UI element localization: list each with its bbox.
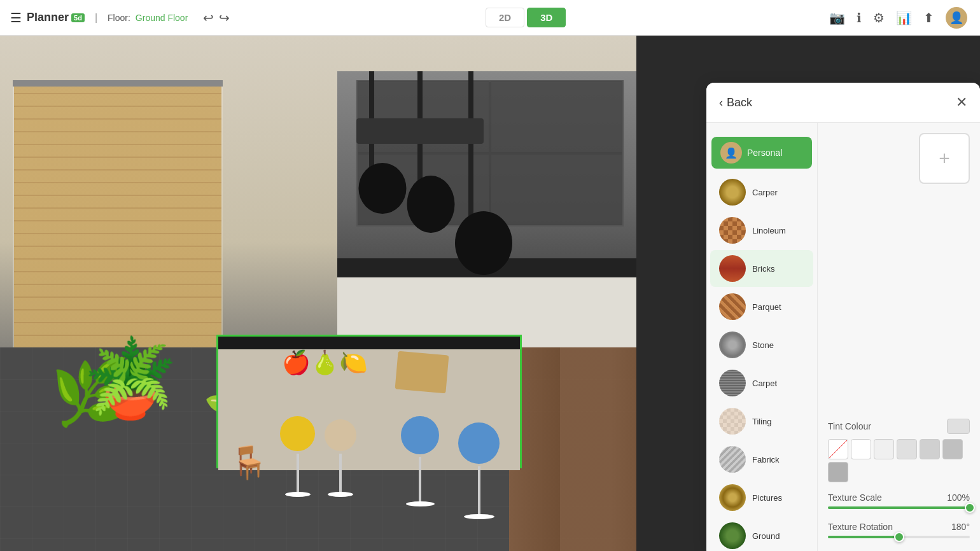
stool-beige	[325, 419, 356, 497]
material-item-ground[interactable]: Ground	[710, 517, 813, 551]
back-label: Back	[727, 96, 752, 109]
material-thumb-fabrick	[719, 446, 746, 473]
material-name-pictures: Pictures	[752, 493, 782, 503]
fruit-bowl: 🍎🍐🍋	[282, 349, 368, 376]
view-3d-button[interactable]: 3D	[527, 8, 566, 27]
material-name-bricks: Bricks	[752, 264, 774, 274]
blind-top	[13, 80, 223, 87]
texture-scale-fill	[828, 506, 970, 509]
pendant-2	[407, 176, 455, 233]
redo-button[interactable]: ↪	[219, 10, 230, 25]
swatch-none[interactable]	[828, 439, 848, 459]
camera-icon[interactable]: 📷	[829, 10, 845, 25]
material-list: 👤 Personal Carper Linoleum Bricks Parque…	[706, 123, 818, 551]
stool-blue-1: 🪑	[229, 444, 269, 481]
swatch-white-6[interactable]	[828, 462, 848, 482]
3d-scene[interactable]: 🌿 🪴 🌱 🍎🍐🍋 🪑	[0, 36, 636, 551]
swatch-white-4[interactable]	[920, 439, 940, 459]
material-name-carper: Carper	[752, 188, 778, 197]
material-items: Carper Linoleum Bricks Parquet Stone Car…	[706, 174, 817, 551]
material-name-carpet: Carpet	[752, 379, 777, 388]
material-thumb-tiling	[719, 408, 746, 435]
topbar: ☰ Planner 5d | Floor: Ground Floor ↩ ↪ 2…	[0, 0, 980, 36]
material-name-linoleum: Linoleum	[752, 226, 786, 235]
tint-colour-section: Tint Colour	[828, 419, 970, 482]
texture-rotation-section: Texture Rotation 180°	[828, 522, 970, 541]
share-icon[interactable]: ⬆	[923, 10, 934, 25]
texture-scale-label: Texture Scale 100%	[828, 492, 970, 503]
material-name-ground: Ground	[752, 531, 780, 541]
stool-blue-3	[458, 422, 500, 519]
tint-colour-label: Tint Colour	[828, 419, 970, 434]
texture-scale-track	[828, 506, 970, 509]
texture-scale-value: 100%	[947, 492, 970, 503]
stool-yellow	[280, 416, 315, 497]
material-item-tiling[interactable]: Tiling	[710, 403, 813, 440]
material-item-linoleum[interactable]: Linoleum	[710, 212, 813, 249]
chart-icon[interactable]: 📊	[896, 10, 912, 25]
back-button[interactable]: ‹ Back	[719, 96, 752, 109]
material-thumb-ground	[719, 522, 746, 549]
color-swatches	[828, 439, 970, 482]
view-2d-button[interactable]: 2D	[486, 8, 524, 27]
pendant-wire-3	[468, 71, 473, 237]
menu-icon[interactable]: ☰	[10, 10, 22, 25]
swatch-white-2[interactable]	[874, 439, 894, 459]
cutting-board	[395, 351, 449, 394]
material-thumb-carper	[719, 179, 746, 206]
pendant-3	[455, 211, 512, 275]
material-name-fabrick: Fabrick	[752, 455, 780, 464]
material-item-bricks[interactable]: Bricks	[710, 250, 813, 287]
view-toggle: 2D 3D	[235, 8, 816, 27]
swatch-white-3[interactable]	[897, 439, 917, 459]
material-name-stone: Stone	[752, 340, 774, 350]
texture-rotation-track	[828, 536, 970, 538]
floor-name: Ground Floor	[136, 13, 188, 23]
texture-rotation-label: Texture Rotation 180°	[828, 522, 970, 532]
material-panel: ‹ Back ✕ 👤 Personal Carper Linoleum Bric…	[706, 83, 980, 551]
personal-avatar: 👤	[720, 142, 742, 164]
spacer	[828, 194, 970, 408]
logo-badge: 5d	[71, 13, 85, 22]
personal-section: 👤 Personal	[706, 130, 817, 172]
texture-rotation-fill	[828, 536, 899, 538]
panel-right: + Tint Colour	[818, 123, 980, 551]
add-button[interactable]: +	[919, 133, 970, 184]
panel-header: ‹ Back ✕	[706, 83, 980, 123]
texture-rotation-thumb[interactable]	[894, 532, 904, 542]
material-thumb-carpet	[719, 370, 746, 396]
material-thumb-parquet	[719, 293, 746, 320]
undo-redo-group: ↩ ↪	[198, 10, 235, 25]
material-item-carpet[interactable]: Carpet	[710, 365, 813, 401]
stool-blue-2	[401, 416, 439, 506]
swatch-white-1[interactable]	[851, 439, 871, 459]
topbar-right: 📷 ℹ ⚙ 📊 ⬆ 👤	[816, 7, 980, 29]
undo-button[interactable]: ↩	[203, 10, 214, 25]
material-thumb-stone	[719, 331, 746, 358]
close-button[interactable]: ✕	[956, 94, 967, 111]
texture-scale-thumb[interactable]	[965, 503, 975, 513]
material-thumb-pictures	[719, 484, 746, 511]
material-item-fabrick[interactable]: Fabrick	[710, 441, 813, 478]
texture-scale-section: Texture Scale 100%	[828, 492, 970, 512]
material-thumb-linoleum	[719, 217, 746, 244]
settings-icon[interactable]: ⚙	[873, 10, 885, 25]
material-item-parquet[interactable]: Parquet	[710, 288, 813, 325]
material-item-pictures[interactable]: Pictures	[710, 479, 813, 516]
material-thumb-bricks	[719, 255, 746, 282]
info-icon[interactable]: ℹ	[857, 10, 862, 25]
material-item-carper[interactable]: Carper	[710, 174, 813, 211]
logo-text: Planner	[27, 11, 69, 24]
material-item-stone[interactable]: Stone	[710, 326, 813, 363]
material-name-parquet: Parquet	[752, 302, 781, 312]
material-name-tiling: Tiling	[752, 417, 772, 426]
logo-container: Planner 5d	[27, 11, 85, 24]
personal-button[interactable]: 👤 Personal	[711, 137, 812, 169]
floor-label: Floor:	[108, 13, 130, 23]
tint-colour-preview[interactable]	[947, 419, 970, 434]
swatch-white-5[interactable]	[942, 439, 963, 459]
topbar-left: ☰ Planner 5d | Floor: Ground Floor	[0, 10, 198, 25]
back-chevron-icon: ‹	[719, 96, 723, 109]
pendant-1	[359, 163, 407, 214]
avatar[interactable]: 👤	[946, 7, 967, 29]
